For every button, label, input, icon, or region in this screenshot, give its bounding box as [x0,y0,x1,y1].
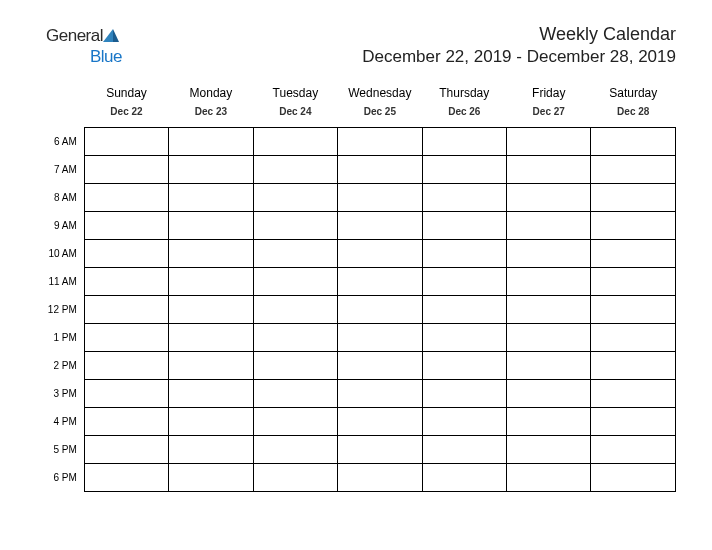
time-slot[interactable] [253,380,337,408]
time-slot[interactable] [84,128,168,156]
time-slot[interactable] [84,352,168,380]
time-slot[interactable] [84,156,168,184]
time-slot[interactable] [253,352,337,380]
time-slot[interactable] [591,156,676,184]
time-slot[interactable] [422,184,506,212]
time-slot[interactable] [591,240,676,268]
time-slot[interactable] [84,184,168,212]
time-slot[interactable] [507,408,591,436]
time-slot[interactable] [422,464,506,492]
time-slot[interactable] [169,268,253,296]
time-slot[interactable] [422,268,506,296]
time-slot[interactable] [338,324,422,352]
time-slot[interactable] [84,324,168,352]
time-slot[interactable] [591,436,676,464]
time-slot[interactable] [422,324,506,352]
time-slot[interactable] [169,240,253,268]
time-slot[interactable] [591,128,676,156]
time-slot[interactable] [507,436,591,464]
hour-row: 12 PM [36,296,676,324]
time-slot[interactable] [169,380,253,408]
time-slot[interactable] [591,324,676,352]
time-slot[interactable] [338,240,422,268]
time-slot[interactable] [507,240,591,268]
time-slot[interactable] [253,324,337,352]
time-slot[interactable] [507,128,591,156]
day-date: Dec 27 [509,106,589,117]
time-slot[interactable] [253,464,337,492]
time-slot[interactable] [169,296,253,324]
time-slot[interactable] [84,408,168,436]
day-header: MondayDec 23 [169,82,253,128]
time-slot[interactable] [84,296,168,324]
time-slot[interactable] [507,184,591,212]
time-slot[interactable] [253,240,337,268]
time-slot[interactable] [338,436,422,464]
time-slot[interactable] [253,156,337,184]
time-slot[interactable] [422,436,506,464]
time-slot[interactable] [338,380,422,408]
time-slot[interactable] [253,296,337,324]
time-slot[interactable] [84,464,168,492]
time-slot[interactable] [422,408,506,436]
time-slot[interactable] [591,296,676,324]
time-slot[interactable] [169,324,253,352]
time-slot[interactable] [338,184,422,212]
time-slot[interactable] [253,268,337,296]
time-slot[interactable] [422,240,506,268]
time-slot[interactable] [253,436,337,464]
hour-row: 1 PM [36,324,676,352]
time-slot[interactable] [507,380,591,408]
day-name: Tuesday [255,86,335,100]
time-slot[interactable] [507,268,591,296]
time-slot[interactable] [169,464,253,492]
time-slot[interactable] [591,352,676,380]
time-slot[interactable] [338,268,422,296]
time-slot[interactable] [84,436,168,464]
time-slot[interactable] [591,268,676,296]
time-slot[interactable] [169,156,253,184]
time-slot[interactable] [169,352,253,380]
time-slot[interactable] [507,352,591,380]
time-slot[interactable] [422,380,506,408]
time-slot[interactable] [338,296,422,324]
time-slot[interactable] [338,352,422,380]
time-slot[interactable] [591,464,676,492]
hour-label: 4 PM [36,408,84,436]
time-slot[interactable] [422,212,506,240]
time-slot[interactable] [507,156,591,184]
day-date: Dec 24 [255,106,335,117]
time-slot[interactable] [507,464,591,492]
time-slot[interactable] [84,212,168,240]
time-slot[interactable] [422,296,506,324]
time-slot[interactable] [84,380,168,408]
time-slot[interactable] [591,408,676,436]
time-slot[interactable] [253,408,337,436]
time-slot[interactable] [422,156,506,184]
time-slot[interactable] [338,156,422,184]
time-slot[interactable] [422,352,506,380]
time-slot[interactable] [507,324,591,352]
time-slot[interactable] [338,128,422,156]
time-slot[interactable] [338,464,422,492]
time-slot[interactable] [253,184,337,212]
time-slot[interactable] [422,128,506,156]
time-slot[interactable] [591,380,676,408]
time-slot[interactable] [338,408,422,436]
hour-row: 2 PM [36,352,676,380]
time-slot[interactable] [253,128,337,156]
time-slot[interactable] [169,212,253,240]
time-slot[interactable] [507,296,591,324]
time-slot[interactable] [84,268,168,296]
time-slot[interactable] [253,212,337,240]
day-name: Thursday [424,86,504,100]
time-slot[interactable] [169,408,253,436]
time-slot[interactable] [507,212,591,240]
time-slot[interactable] [338,212,422,240]
time-slot[interactable] [591,212,676,240]
time-slot[interactable] [591,184,676,212]
time-slot[interactable] [169,128,253,156]
time-slot[interactable] [169,184,253,212]
time-slot[interactable] [84,240,168,268]
time-slot[interactable] [169,436,253,464]
